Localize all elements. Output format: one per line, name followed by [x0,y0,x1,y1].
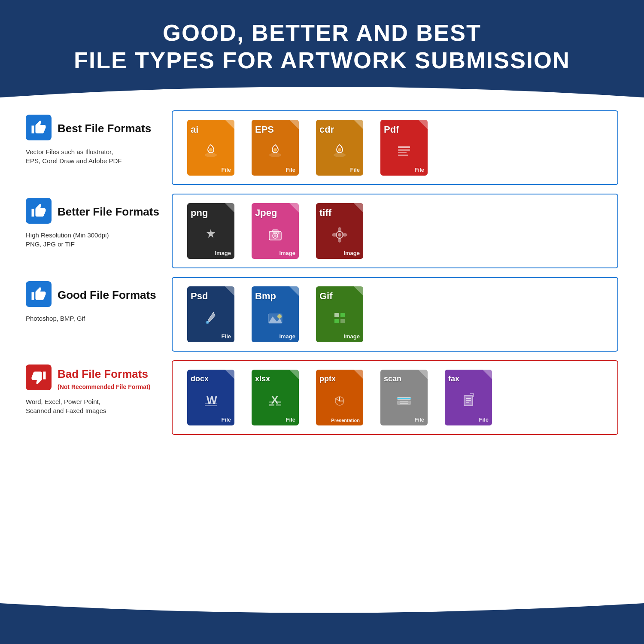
svg-rect-27 [340,313,345,317]
svg-rect-28 [334,319,339,323]
svg-point-20 [332,233,337,237]
file-shape-gif: Gif Image [316,286,363,342]
bad-subtitle: (Not Recommended File Format) [58,383,150,390]
file-tiff: tiff Image [312,203,368,259]
file-jpeg: Jpeg Image [247,203,303,259]
file-shape-scan: scan File [380,370,428,425]
bad-section: Bad File Formats (Not Recommended File F… [26,360,618,435]
file-shape-eps: EPS File [252,120,299,176]
svg-rect-32 [205,403,217,404]
svg-rect-40 [397,401,411,405]
svg-rect-47 [466,402,469,403]
file-shape-fax: fax File [445,370,492,425]
file-shape-cdr: cdr File [316,120,363,176]
full-layout: GOOD, BETTER AND BEST FILE TYPES FOR ART… [0,0,644,644]
svg-rect-45 [466,398,471,399]
better-files-panel: png Image Jpeg [172,194,618,268]
file-shape-bmp: Bmp Image [252,286,299,342]
file-scan: scan File [376,370,432,425]
svg-point-1 [209,148,213,152]
file-pdf: Pdf File [376,120,432,176]
bad-files-panel: docx W File xlsx X [172,360,618,435]
file-shape-tiff: tiff Image [316,203,363,259]
file-shape-pptx: pptx Presentation [316,370,363,425]
top-swoosh [0,74,644,97]
file-shape-ai: ai File [187,120,234,176]
best-section: Best File Formats Vector Files such as I… [26,110,618,185]
svg-rect-42 [400,403,408,404]
file-gif: Gif Image [312,286,368,342]
best-thumbs-icon [26,115,52,140]
file-pptx: pptx Presentation [312,370,368,425]
svg-point-5 [338,148,341,152]
svg-point-17 [338,233,341,237]
file-shape-xlsx: xlsx X File [252,370,299,425]
file-shape-png: png Image [187,203,234,259]
bad-desc: Word, Excel, Power Point,Scanned and Fax… [26,397,163,415]
bad-title: Bad File Formats [58,368,150,381]
svg-rect-31 [205,405,217,406]
file-shape-docx: docx W File [187,370,234,425]
page-title: GOOD, BETTER AND BEST FILE TYPES FOR ART… [26,19,618,74]
svg-rect-29 [340,319,345,323]
file-eps: EPS File [247,120,303,176]
best-left-panel: Best File Formats Vector Files such as I… [26,110,172,185]
svg-point-15 [278,232,279,234]
bottom-swoosh [0,603,644,627]
svg-rect-36 [269,401,274,403]
svg-marker-10 [207,229,215,238]
svg-text:W: W [207,394,217,407]
svg-point-2 [269,153,281,157]
good-title: Good File Formats [58,289,156,302]
svg-rect-6 [398,146,410,148]
file-bmp: Bmp Image [247,286,303,342]
svg-point-4 [334,153,346,157]
file-fax: fax File [440,370,496,425]
good-left-panel: Good File Formats Photoshop, BMP, Gif [26,277,172,352]
file-psd: Psd File [183,286,239,342]
svg-rect-35 [276,404,281,406]
good-section: Good File Formats Photoshop, BMP, Gif Ps… [26,277,618,352]
better-left-panel: Better File Formats High Resolution (Min… [26,194,172,268]
best-desc: Vector Files such as Illustrator,EPS, Co… [26,147,163,165]
best-title: Best File Formats [58,122,151,135]
svg-rect-12 [272,230,278,232]
svg-rect-34 [269,404,274,406]
footer-section [0,627,644,644]
svg-point-3 [273,148,277,152]
better-desc: High Resolution (Min 300dpi)PNG, JPG or … [26,231,163,249]
good-files-panel: Psd File Bmp [172,277,618,352]
good-thumbs-icon [26,281,52,307]
svg-point-19 [338,237,341,243]
svg-text:X: X [271,394,278,406]
better-thumbs-icon [26,198,52,224]
better-section: Better File Formats High Resolution (Min… [26,194,618,268]
svg-rect-7 [398,149,410,151]
svg-rect-9 [398,155,408,156]
file-cdr: cdr File [312,120,368,176]
bad-left-panel: Bad File Formats (Not Recommended File F… [26,360,172,435]
header-section: GOOD, BETTER AND BEST FILE TYPES FOR ART… [0,0,644,74]
svg-point-14 [274,234,276,237]
bad-thumbs-icon [26,365,52,390]
file-png: png Image [183,203,239,259]
svg-point-21 [342,233,347,237]
svg-point-18 [338,227,341,232]
file-xlsx: xlsx X File [247,370,303,425]
white-content: Best File Formats Vector Files such as I… [0,97,644,603]
file-shape-jpeg: Jpeg Image [252,203,299,259]
svg-point-25 [277,314,282,319]
good-desc: Photoshop, BMP, Gif [26,314,163,323]
svg-rect-8 [398,152,407,153]
svg-point-0 [205,153,217,157]
svg-rect-26 [334,313,339,317]
better-title: Better File Formats [58,205,159,219]
svg-rect-46 [466,400,471,401]
file-ai: ai File [183,120,239,176]
file-shape-pdf: Pdf File [380,120,428,176]
svg-rect-37 [276,401,281,403]
best-files-panel: ai File EPS [172,110,618,185]
file-shape-psd: Psd File [187,286,234,342]
file-docx: docx W File [183,370,239,425]
svg-rect-41 [400,401,408,402]
